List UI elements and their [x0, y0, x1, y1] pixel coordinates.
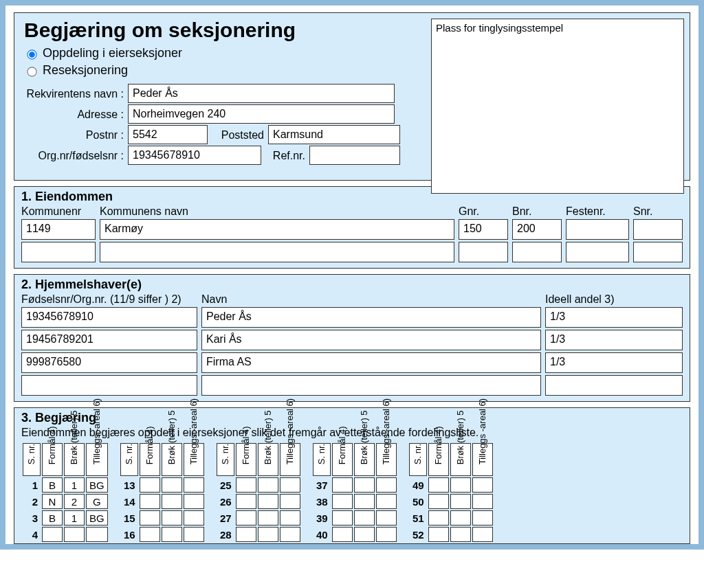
cell-14-formaal[interactable] — [140, 494, 160, 509]
hj-fods[interactable]: 19456789201 — [21, 330, 197, 350]
cell-27-tillegg[interactable] — [280, 510, 300, 525]
rekv-org-field[interactable]: 19345678910 — [128, 146, 261, 165]
hj-fods[interactable]: 999876580 — [21, 352, 197, 373]
cell-2-brok[interactable]: 2 — [64, 494, 85, 509]
cell-27-brok[interactable] — [258, 510, 278, 525]
cell-16-brok[interactable] — [162, 527, 182, 542]
cell-26-formaal[interactable] — [236, 494, 256, 509]
cell-38-formaal[interactable] — [332, 494, 353, 509]
col-festenr: Festenr. — [566, 205, 629, 219]
cell-25-tillegg[interactable] — [280, 477, 300, 493]
cell-15-formaal[interactable] — [140, 510, 160, 525]
cell-25-brok[interactable] — [258, 477, 278, 493]
eiend-kommunenr[interactable]: 1149 — [21, 219, 96, 240]
cell-50-brok[interactable] — [450, 494, 471, 509]
eiend-snr[interactable] — [633, 219, 683, 240]
cell-13-tillegg[interactable] — [184, 477, 204, 493]
cell-25-formaal[interactable] — [236, 477, 256, 493]
cell-28-tillegg[interactable] — [280, 527, 300, 542]
cell-4-brok[interactable] — [64, 527, 85, 542]
cell-3-formaal[interactable]: B — [42, 510, 63, 525]
snr-13: 13 — [120, 477, 138, 493]
rekv-postnr-field[interactable]: 5542 — [128, 125, 208, 144]
hj-andel[interactable]: 1/3 — [545, 352, 683, 373]
cell-15-tillegg[interactable] — [184, 510, 204, 525]
cell-2-tillegg[interactable]: G — [86, 494, 108, 509]
cell-26-brok[interactable] — [258, 494, 278, 509]
hj-navn[interactable]: Firma AS — [201, 352, 541, 373]
cell-14-brok[interactable] — [162, 494, 182, 509]
eiend-festenr[interactable] — [566, 242, 629, 262]
cell-3-brok[interactable]: 1 — [64, 510, 85, 525]
cell-28-formaal[interactable] — [236, 527, 256, 542]
cell-39-tillegg[interactable] — [376, 510, 397, 525]
eiend-festenr[interactable] — [566, 219, 629, 240]
cell-39-brok[interactable] — [354, 510, 375, 525]
cell-13-formaal[interactable] — [140, 477, 160, 493]
cell-1-formaal[interactable]: B — [42, 477, 63, 493]
eiend-kommunenavn[interactable] — [100, 242, 454, 262]
cell-51-brok[interactable] — [450, 510, 471, 525]
eiend-bnr[interactable]: 200 — [512, 219, 562, 240]
rekv-address-field[interactable]: Norheimvegen 240 — [128, 104, 395, 124]
cell-2-formaal[interactable]: N — [42, 494, 63, 509]
eiend-kommunenavn[interactable]: Karmøy — [100, 219, 454, 240]
snr-26: 26 — [217, 494, 234, 509]
cell-51-tillegg[interactable] — [472, 510, 493, 525]
rekv-poststed-field[interactable]: Karmsund — [268, 125, 400, 144]
hj-navn[interactable]: Peder Ås — [201, 307, 541, 328]
rekv-name-field[interactable]: Peder Ås — [128, 84, 395, 103]
eiend-snr[interactable] — [633, 242, 683, 262]
th-snr: S. nr. — [124, 455, 134, 464]
hj-fods[interactable]: 19345678910 — [21, 307, 197, 328]
radio-oppdeling-input[interactable] — [27, 49, 36, 59]
cell-26-tillegg[interactable] — [280, 494, 300, 509]
cell-50-tillegg[interactable] — [472, 494, 493, 509]
cell-37-brok[interactable] — [354, 477, 375, 493]
cell-49-brok[interactable] — [450, 477, 471, 493]
cell-52-brok[interactable] — [450, 527, 471, 542]
th-brok: Brøk (teller) 5 — [263, 455, 273, 464]
hj-fods[interactable] — [21, 375, 197, 396]
eiend-gnr[interactable]: 150 — [459, 219, 508, 240]
rekv-refnr-field[interactable] — [309, 146, 400, 165]
hj-navn[interactable]: Kari Ås — [201, 330, 541, 350]
header-box: Begjæring om seksjonering Oppdeling i ei… — [14, 12, 690, 181]
cell-16-tillegg[interactable] — [184, 527, 204, 542]
cell-1-tillegg[interactable]: BG — [86, 477, 108, 493]
snr-38: 38 — [313, 494, 331, 509]
eiend-kommunenr[interactable] — [21, 242, 96, 262]
hj-navn[interactable] — [201, 375, 541, 396]
cell-52-formaal[interactable] — [428, 527, 449, 542]
cell-51-formaal[interactable] — [428, 510, 449, 525]
cell-37-formaal[interactable] — [332, 477, 353, 493]
cell-27-formaal[interactable] — [236, 510, 256, 525]
cell-16-formaal[interactable] — [140, 527, 160, 542]
rekv-poststed-label: Poststed — [208, 125, 268, 144]
cell-38-tillegg[interactable] — [376, 494, 397, 509]
cell-4-formaal[interactable] — [42, 527, 63, 542]
eiend-gnr[interactable] — [459, 242, 508, 262]
eiend-bnr[interactable] — [512, 242, 562, 262]
cell-39-formaal[interactable] — [332, 510, 353, 525]
cell-1-brok[interactable]: 1 — [64, 477, 85, 493]
cell-13-brok[interactable] — [162, 477, 182, 493]
hj-andel[interactable]: 1/3 — [545, 330, 683, 350]
radio-reseksjonering-input[interactable] — [27, 67, 36, 76]
cell-50-formaal[interactable] — [428, 494, 449, 509]
cell-15-brok[interactable] — [162, 510, 182, 525]
cell-4-tillegg[interactable] — [86, 527, 108, 542]
cell-40-tillegg[interactable] — [376, 527, 397, 542]
hj-andel[interactable] — [545, 375, 683, 396]
cell-40-brok[interactable] — [354, 527, 375, 542]
hj-andel[interactable]: 1/3 — [545, 307, 683, 328]
cell-49-tillegg[interactable] — [472, 477, 493, 493]
cell-3-tillegg[interactable]: BG — [86, 510, 108, 525]
cell-14-tillegg[interactable] — [184, 494, 204, 509]
cell-37-tillegg[interactable] — [376, 477, 397, 493]
cell-49-formaal[interactable] — [428, 477, 449, 493]
cell-38-brok[interactable] — [354, 494, 375, 509]
cell-40-formaal[interactable] — [332, 527, 353, 542]
cell-52-tillegg[interactable] — [472, 527, 493, 542]
cell-28-brok[interactable] — [258, 527, 278, 542]
